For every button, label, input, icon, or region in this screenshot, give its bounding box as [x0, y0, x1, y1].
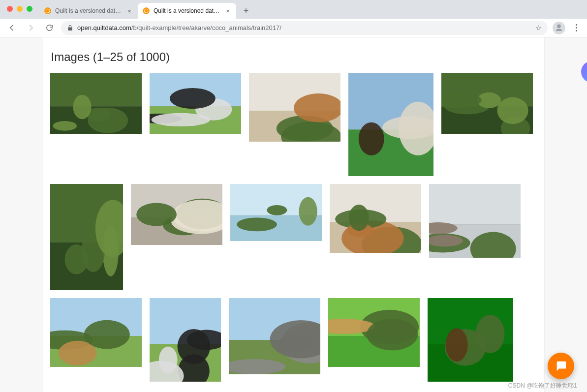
image-thumbnail[interactable] — [150, 73, 241, 134]
images-heading: Images (1–25 of 1000) — [43, 47, 544, 73]
image-thumbnail[interactable] — [50, 184, 123, 290]
svg-point-20 — [358, 122, 384, 155]
image-thumbnail[interactable] — [50, 298, 142, 367]
browser-tab-0[interactable]: Quilt is a versioned data portal × — [39, 3, 138, 19]
thumbnail-image-icon — [328, 298, 420, 367]
tab-close-button[interactable]: × — [224, 7, 231, 14]
svg-rect-0 — [50, 73, 142, 106]
svg-point-5 — [53, 121, 76, 131]
extension-badge-icon[interactable] — [581, 61, 587, 83]
thumbnail-image-icon — [249, 73, 340, 142]
svg-point-53 — [349, 205, 369, 231]
svg-point-4 — [88, 108, 128, 133]
thumbnail-image-icon — [50, 184, 123, 290]
arrow-left-icon — [8, 24, 16, 32]
window-minimize-button[interactable] — [17, 6, 23, 12]
image-thumbnail[interactable] — [330, 184, 421, 253]
thumbnail-image-icon — [131, 184, 222, 245]
thumbnail-image-icon — [348, 73, 433, 176]
url-text: open.quiltdata.com/b/quilt-example/tree/… — [77, 24, 531, 31]
reload-icon — [45, 24, 54, 32]
thumbnail-image-icon — [428, 298, 513, 382]
window-close-button[interactable] — [7, 6, 13, 12]
image-thumbnail[interactable] — [50, 73, 142, 134]
svg-point-41 — [136, 203, 177, 226]
tabs-container: Quilt is a versioned data portal × Quilt… — [39, 0, 253, 19]
svg-point-25 — [497, 97, 528, 124]
gallery-row — [50, 184, 537, 290]
image-thumbnail[interactable] — [230, 184, 322, 241]
window-controls — [7, 6, 32, 12]
svg-point-44 — [267, 205, 287, 215]
thumbnail-image-icon — [229, 298, 320, 374]
window-maximize-button[interactable] — [27, 6, 32, 12]
image-thumbnail[interactable] — [131, 184, 222, 245]
lock-icon — [67, 25, 73, 31]
browser-window: Quilt is a versioned data portal × Quilt… — [0, 0, 587, 392]
svg-point-86 — [445, 328, 467, 362]
address-bar[interactable]: open.quiltdata.com/b/quilt-example/tree/… — [61, 21, 548, 35]
browser-tab-1[interactable]: Quilt is a versioned data portal × — [138, 3, 236, 19]
tab-title: Quilt is a versioned data portal — [154, 7, 220, 14]
arrow-right-icon — [27, 24, 35, 32]
new-tab-button[interactable]: + — [239, 4, 253, 18]
svg-point-11 — [151, 113, 210, 126]
svg-point-87 — [475, 315, 504, 353]
svg-rect-54 — [429, 184, 521, 225]
forward-button[interactable] — [24, 21, 37, 35]
image-thumbnail[interactable] — [150, 298, 221, 382]
url-host: open.quiltdata.com — [77, 24, 131, 31]
browser-menu-button[interactable] — [570, 24, 582, 31]
reload-button[interactable] — [42, 21, 56, 35]
gallery-row — [50, 73, 537, 176]
intercom-launcher-button[interactable] — [548, 353, 574, 379]
thumbnail-image-icon — [429, 184, 521, 258]
svg-point-45 — [299, 197, 317, 226]
tab-title: Quilt is a versioned data portal — [55, 7, 122, 14]
image-thumbnail[interactable] — [229, 298, 320, 374]
svg-point-82 — [367, 319, 418, 350]
svg-point-10 — [169, 88, 215, 109]
quilt-favicon-icon — [44, 7, 51, 14]
thumbnail-image-icon — [150, 73, 241, 134]
thumbnail-image-icon — [50, 298, 142, 367]
svg-point-3 — [73, 95, 91, 120]
svg-point-46 — [237, 217, 277, 231]
image-thumbnail[interactable] — [428, 298, 513, 382]
person-icon — [555, 24, 563, 32]
thumbnail-image-icon — [230, 184, 322, 241]
image-thumbnail[interactable] — [249, 73, 340, 142]
page-content: Images (1–25 of 1000) — [43, 37, 545, 392]
image-thumbnail[interactable] — [441, 73, 533, 134]
chat-icon — [555, 360, 567, 372]
thumbnail-image-icon — [441, 73, 533, 134]
back-button[interactable] — [5, 21, 19, 35]
bookmark-star-button[interactable]: ☆ — [535, 24, 542, 32]
thumbnail-image-icon — [150, 298, 221, 382]
image-thumbnail[interactable] — [348, 73, 433, 176]
tab-close-button[interactable]: × — [126, 7, 133, 14]
svg-point-64 — [84, 320, 129, 349]
browser-toolbar: open.quiltdata.com/b/quilt-example/tree/… — [0, 19, 587, 37]
url-path: /b/quilt-example/tree/akarve/coco_animal… — [131, 24, 281, 31]
image-thumbnail[interactable] — [328, 298, 420, 367]
profile-avatar-button[interactable] — [553, 22, 565, 34]
thumbnail-image-icon — [50, 73, 142, 134]
thumbnail-image-icon — [330, 184, 421, 253]
image-gallery — [43, 73, 544, 382]
quilt-favicon-icon — [143, 7, 150, 14]
page-viewport: Images (1–25 of 1000) — [0, 37, 587, 392]
image-thumbnail[interactable] — [429, 184, 521, 258]
tab-strip: Quilt is a versioned data portal × Quilt… — [0, 0, 587, 19]
gallery-row — [50, 298, 537, 382]
